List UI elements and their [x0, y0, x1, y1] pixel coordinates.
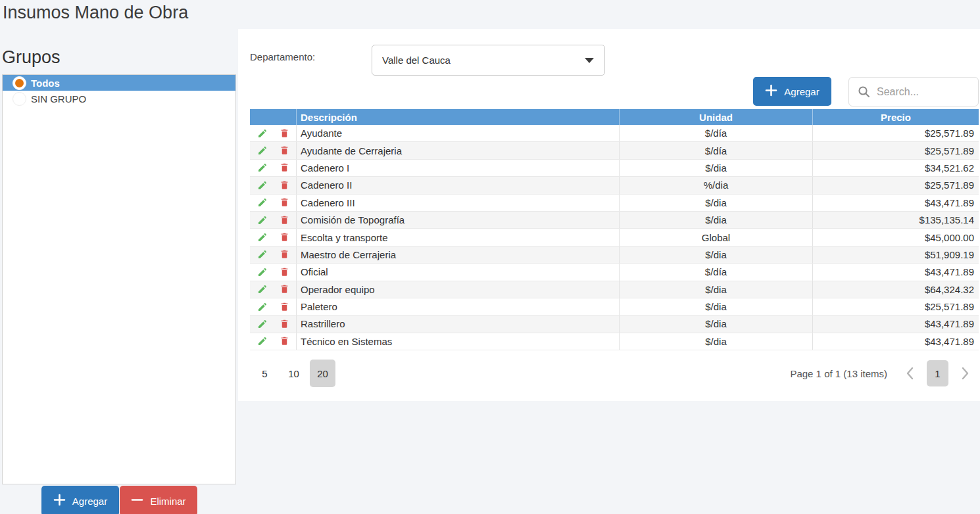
- edit-pencil-icon: [257, 128, 268, 139]
- delete-row-button[interactable]: [280, 197, 289, 208]
- edit-row-button[interactable]: [257, 215, 268, 225]
- row-price: $43,471.89: [812, 195, 979, 211]
- table-row: Comisión de Topografía $/dia $135,135.14: [250, 212, 979, 229]
- groups-heading: Grupos: [2, 45, 61, 70]
- delete-row-button[interactable]: [280, 302, 289, 312]
- row-description: Operador equipo: [296, 281, 619, 298]
- plus-icon: [765, 84, 777, 99]
- add-insumo-label: Agregar: [784, 86, 819, 97]
- delete-row-button[interactable]: [280, 128, 289, 139]
- table-header-price[interactable]: Precio: [812, 109, 979, 125]
- page-size-options: 51020: [252, 360, 335, 387]
- page-title: Insumos Mano de Obra: [3, 0, 188, 25]
- row-unit: $/día: [619, 125, 812, 141]
- table-row: Ayudante de Cerrajeria $/día $25,571.89: [250, 142, 979, 159]
- page-size-button[interactable]: 20: [310, 360, 335, 387]
- row-unit: $/dia: [619, 195, 812, 211]
- row-unit: $/dia: [619, 298, 812, 315]
- page-summary: Page 1 of 1 (13 items): [790, 368, 887, 379]
- edit-pencil-icon: [257, 267, 268, 277]
- page-number-button[interactable]: 1: [927, 360, 948, 386]
- group-item[interactable]: Todos: [3, 75, 235, 91]
- edit-pencil-icon: [257, 319, 268, 329]
- table-header-unit[interactable]: Unidad: [619, 109, 812, 125]
- insumos-table: Descripción Unidad Precio: [250, 109, 979, 350]
- row-actions: [250, 298, 296, 315]
- table-body: Ayudante $/día $25,571.89: [250, 125, 979, 350]
- edit-row-button[interactable]: [257, 267, 268, 277]
- row-price: $25,571.89: [812, 298, 979, 315]
- row-price: $25,571.89: [812, 142, 979, 158]
- row-actions: [250, 281, 296, 298]
- table-header-actions: [250, 109, 296, 125]
- delete-trash-icon: [280, 215, 289, 225]
- delete-trash-icon: [280, 267, 289, 277]
- groups-list: TodosSIN GRUPO: [3, 75, 235, 106]
- chevron-right-icon[interactable]: [956, 363, 973, 383]
- delete-trash-icon: [280, 145, 289, 156]
- edit-row-button[interactable]: [257, 319, 268, 329]
- delete-row-button[interactable]: [280, 215, 289, 225]
- edit-row-button[interactable]: [257, 336, 268, 346]
- edit-pencil-icon: [257, 162, 268, 173]
- row-actions: [250, 177, 296, 193]
- delete-row-button[interactable]: [280, 249, 289, 260]
- delete-group-button[interactable]: Eliminar: [120, 486, 197, 514]
- table-row: Oficial $/día $43,471.89: [250, 264, 979, 281]
- row-actions: [250, 333, 296, 350]
- row-unit: $/dia: [619, 281, 812, 298]
- edit-row-button[interactable]: [257, 128, 268, 139]
- row-actions: [250, 229, 296, 245]
- row-description: Comisión de Topografía: [296, 212, 619, 228]
- edit-row-button[interactable]: [257, 180, 268, 191]
- row-actions: [250, 264, 296, 280]
- edit-row-button[interactable]: [257, 284, 268, 294]
- delete-trash-icon: [280, 319, 289, 329]
- table-header-description[interactable]: Descripción: [296, 109, 619, 125]
- row-actions: [250, 142, 296, 158]
- edit-row-button[interactable]: [257, 162, 268, 173]
- search-icon: [858, 85, 870, 98]
- row-description: Oficial: [296, 264, 619, 280]
- edit-row-button[interactable]: [257, 232, 268, 243]
- delete-row-button[interactable]: [280, 145, 289, 156]
- delete-row-button[interactable]: [280, 162, 289, 173]
- add-insumo-button[interactable]: Agregar: [753, 77, 831, 106]
- row-price: $43,471.89: [812, 315, 979, 332]
- groups-panel: TodosSIN GRUPO: [2, 74, 236, 484]
- edit-row-button[interactable]: [257, 249, 268, 260]
- delete-row-button[interactable]: [280, 319, 289, 329]
- row-price: $34,521.62: [812, 160, 979, 176]
- group-item[interactable]: SIN GRUPO: [3, 91, 235, 106]
- delete-trash-icon: [280, 162, 289, 173]
- add-group-button[interactable]: Agregar: [41, 486, 119, 514]
- department-dropdown[interactable]: Valle del Cauca: [372, 45, 605, 76]
- delete-row-button[interactable]: [280, 336, 289, 346]
- edit-pencil-icon: [257, 145, 268, 156]
- minus-icon: [131, 494, 143, 508]
- row-unit: $/dia: [619, 333, 812, 350]
- table-row: Operador equipo $/dia $64,324.32: [250, 281, 979, 298]
- edit-row-button[interactable]: [257, 145, 268, 156]
- page-size-button[interactable]: 10: [281, 360, 306, 387]
- delete-row-button[interactable]: [280, 232, 289, 243]
- table-row: Maestro de Cerrajeria $/dia $51,909.19: [250, 246, 979, 264]
- groups-actions: Agregar Eliminar: [41, 486, 197, 514]
- row-actions: [250, 195, 296, 211]
- edit-row-button[interactable]: [257, 302, 268, 312]
- chevron-left-icon[interactable]: [902, 363, 919, 383]
- search-input[interactable]: [877, 86, 978, 98]
- row-price: $43,471.89: [812, 333, 979, 350]
- table-row: Escolta y transporte Global $45,000.00: [250, 229, 979, 246]
- row-unit: $/dia: [619, 315, 812, 332]
- row-description: Ayudante de Cerrajeria: [296, 142, 619, 158]
- row-description: Cadenero II: [296, 177, 619, 193]
- row-price: $64,324.32: [812, 281, 979, 298]
- page-size-button[interactable]: 5: [252, 360, 278, 387]
- edit-row-button[interactable]: [257, 197, 268, 208]
- radio-icon: [12, 76, 26, 90]
- delete-row-button[interactable]: [280, 267, 289, 277]
- row-price: $51,909.19: [812, 246, 979, 263]
- delete-row-button[interactable]: [280, 284, 289, 294]
- delete-row-button[interactable]: [280, 180, 289, 191]
